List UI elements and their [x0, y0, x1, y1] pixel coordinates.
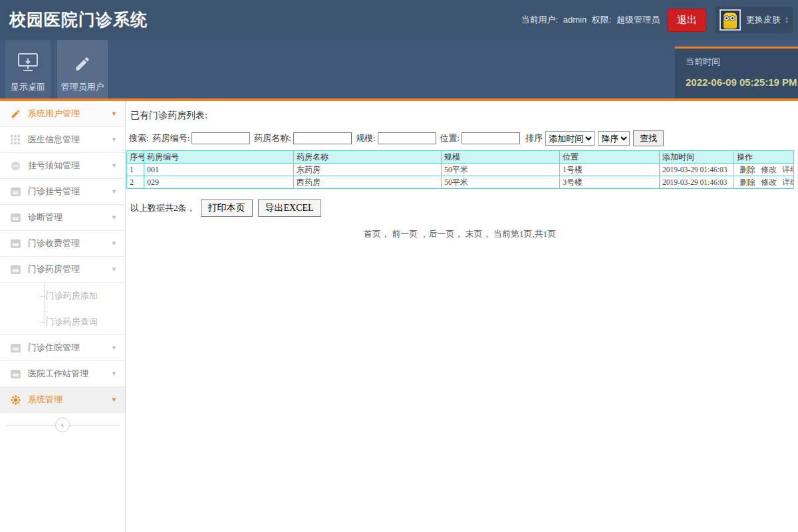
pharmacy-table: 序号 药房编号 药房名称 规模 位置 添加时间 操作 1 001 东药房 50平… — [126, 150, 794, 189]
sidebar-item-outpatient-fee-mgmt[interactable]: 门诊收费管理 ▼ — [0, 231, 125, 257]
sidebar: 系统用户管理 ▼ 医生信息管理 ▼ 挂号须知管理 ▼ 门诊挂号管理 ▼ 诊断 — [0, 101, 126, 532]
edit-link[interactable]: 修改 — [761, 165, 777, 174]
cell-size: 50平米 — [442, 164, 560, 176]
field-label-pharmacy-code: 药房编号: — [153, 132, 190, 144]
search-label: 搜索: — [129, 132, 149, 144]
chevron-down-icon: ▼ — [111, 188, 117, 195]
sidebar-item-label: 诊断管理 — [28, 211, 63, 223]
sidebar-subitem-pharmacy-add[interactable]: 门诊药房添加 — [0, 283, 125, 309]
page-title: 已有门诊药房列表: — [130, 110, 798, 122]
pharmacy-submenu: 门诊药房添加 门诊药房查询 — [0, 283, 125, 335]
search-form: 搜索: 药房编号: 药房名称: 规模: 位置: 排序 添加时间 降序 查找 — [129, 130, 798, 146]
cell-actions: 删除修改详细 — [734, 164, 794, 176]
toolbar-item-show-desktop[interactable]: 显示桌面 — [5, 40, 51, 98]
header-right: 当前用户: admin 权限: 超级管理员 退出 更换皮肤 ▲▼ — [521, 0, 793, 40]
toolbar-item-label: 显示桌面 — [11, 81, 45, 93]
sidebar-item-diagnosis-mgmt[interactable]: 诊断管理 ▼ — [0, 205, 125, 231]
sidebar-item-doctor-info-mgmt[interactable]: 医生信息管理 ▼ — [0, 127, 125, 153]
pharmacy-name-input[interactable] — [293, 132, 352, 144]
change-skin-label: 更换皮肤 — [746, 14, 781, 26]
sidebar-collapse-button[interactable]: ‹ — [55, 418, 70, 432]
desktop-icon — [17, 53, 39, 74]
cell-actions: 删除修改详细 — [734, 176, 794, 189]
edit-link[interactable]: 修改 — [761, 178, 777, 187]
field-label-pharmacy-name: 药房名称: — [254, 132, 291, 144]
chevron-down-icon: ▼ — [111, 370, 117, 377]
card-icon — [9, 344, 21, 352]
cell-location: 1号楼 — [560, 164, 660, 176]
print-page-button[interactable]: 打印本页 — [201, 200, 253, 217]
logout-button[interactable]: 退出 — [668, 9, 706, 32]
export-excel-button[interactable]: 导出EXCEL — [258, 200, 321, 217]
circle-minus-icon — [9, 161, 21, 171]
sidebar-item-label: 门诊药房管理 — [28, 263, 80, 275]
chevron-down-icon: ▼ — [111, 396, 117, 403]
sidebar-item-label: 门诊挂号管理 — [28, 186, 80, 198]
cell-location: 3号楼 — [560, 176, 660, 189]
role-label: 权限: — [592, 15, 612, 25]
sidebar-collapse-bar: ‹ — [5, 425, 120, 426]
sidebar-subitem-pharmacy-query[interactable]: 门诊药房查询 — [0, 309, 125, 334]
sort-label: 排序 — [525, 132, 543, 144]
cell-no: 1 — [127, 164, 144, 176]
cell-name: 西药房 — [294, 176, 442, 189]
chevron-down-icon: ▼ — [111, 240, 117, 247]
toolbar-item-admin-user[interactable]: 管理员用户 — [57, 40, 108, 98]
sidebar-item-outpatient-registration-mgmt[interactable]: 门诊挂号管理 ▼ — [0, 179, 125, 205]
chevron-down-icon: ▼ — [111, 110, 117, 117]
sidebar-item-system-user-mgmt[interactable]: 系统用户管理 ▼ — [0, 101, 125, 127]
location-input[interactable] — [462, 132, 520, 144]
pagination[interactable]: 首页， 前一页 ，后一页， 末页， 当前第1页,共1页 — [126, 228, 793, 240]
col-header-size: 规模 — [442, 151, 560, 164]
sidebar-item-label: 门诊收费管理 — [28, 237, 80, 249]
current-time-panel: 当前时间 2022-06-09 05:25:19 PM — [675, 47, 798, 98]
current-user-info: 当前用户: admin 权限: 超级管理员 — [521, 14, 663, 26]
sidebar-item-label: 医院工作站管理 — [28, 368, 88, 380]
sidebar-item-system-mgmt[interactable]: 系统管理 ▼ — [0, 387, 125, 413]
sort-field-select[interactable]: 添加时间 — [545, 131, 595, 146]
chevron-down-icon: ▼ — [111, 162, 117, 169]
sidebar-item-registration-notice-mgmt[interactable]: 挂号须知管理 ▼ — [0, 153, 125, 179]
sidebar-item-outpatient-hospitalization-mgmt[interactable]: 门诊住院管理 ▼ — [0, 335, 125, 361]
username: admin — [563, 15, 587, 25]
card-icon — [9, 188, 21, 196]
card-icon — [9, 265, 21, 274]
sidebar-item-label: 医生信息管理 — [28, 134, 80, 146]
sidebar-item-label: 挂号须知管理 — [28, 160, 80, 172]
detail-link[interactable]: 详细 — [782, 178, 794, 187]
avatar — [720, 9, 741, 31]
field-label-location: 位置: — [440, 132, 460, 144]
cell-size: 50平米 — [442, 176, 560, 189]
chevron-down-icon: ▼ — [111, 214, 117, 221]
current-user-label: 当前用户: — [521, 15, 559, 25]
current-time-label: 当前时间 — [686, 56, 798, 68]
cell-code: 029 — [144, 176, 294, 189]
avatar-image — [724, 13, 737, 29]
sidebar-item-label: 系统管理 — [28, 394, 63, 406]
sidebar-item-hospital-workstation-mgmt[interactable]: 医院工作站管理 ▼ — [0, 361, 125, 387]
detail-link[interactable]: 详细 — [782, 165, 794, 174]
cell-code: 001 — [144, 164, 294, 176]
chevron-down-icon: ▼ — [111, 344, 117, 351]
col-header-code: 药房编号 — [144, 151, 294, 164]
delete-link[interactable]: 删除 — [739, 165, 755, 174]
card-icon — [9, 370, 21, 378]
app-header: 校园医院门诊系统 当前用户: admin 权限: 超级管理员 退出 更换皮肤 ▲… — [0, 0, 798, 40]
search-button[interactable]: 查找 — [633, 130, 664, 146]
card-icon — [9, 239, 21, 248]
summary-row: 以上数据共2条， 打印本页 导出EXCEL — [130, 200, 798, 217]
sidebar-item-outpatient-pharmacy-mgmt[interactable]: 门诊药房管理 ▼ — [0, 257, 125, 283]
skin-spinner-icon[interactable]: ▲▼ — [785, 16, 789, 24]
sort-order-select[interactable]: 降序 — [598, 131, 630, 146]
delete-link[interactable]: 删除 — [739, 178, 755, 187]
table-row: 1 001 东药房 50平米 1号楼 2019-03-29 01:46:03 删… — [127, 164, 794, 176]
record-count-text: 以上数据共2条， — [130, 202, 196, 214]
current-time-value: 2022-06-09 05:25:19 PM — [686, 76, 798, 88]
size-input[interactable] — [378, 132, 436, 144]
table-header-row: 序号 药房编号 药房名称 规模 位置 添加时间 操作 — [127, 151, 794, 164]
flower-icon — [9, 395, 21, 405]
skin-switcher[interactable]: 更换皮肤 ▲▼ — [716, 7, 793, 33]
pencil-icon — [74, 55, 91, 74]
grid-icon — [9, 135, 21, 144]
pharmacy-code-input[interactable] — [192, 132, 250, 144]
